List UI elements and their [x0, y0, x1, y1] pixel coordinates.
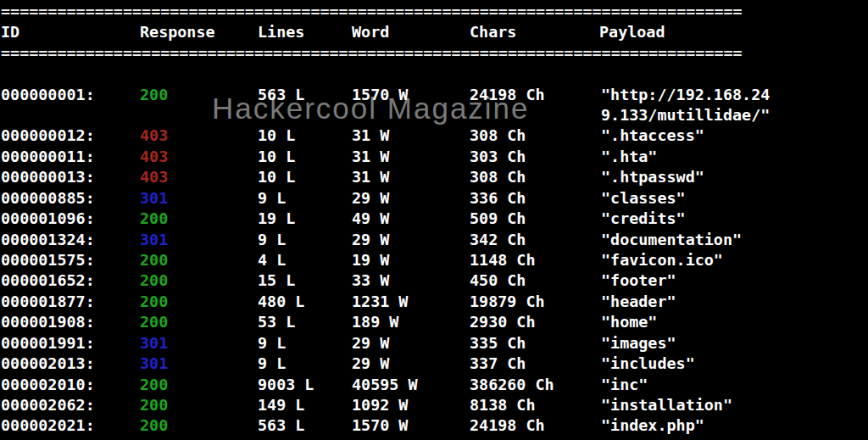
table-row: 000001324: 301 9 L 29 W 342 Ch "document…	[1, 230, 857, 250]
table-row: 000000001: 200 563 L 1570 W 24198 Ch "ht…	[1, 85, 857, 126]
row-word: 1570 W	[352, 415, 408, 436]
row-response-code: 200	[140, 395, 168, 415]
row-id: 000000012:	[1, 125, 95, 146]
table-row: 000002062: 200 149 L 1092 W 8138 Ch "ins…	[1, 395, 857, 415]
row-lines: 53 L	[258, 312, 295, 332]
table-row: 000001877: 200 480 L 1231 W 19879 Ch "he…	[1, 292, 857, 312]
row-lines: 480 L	[258, 292, 304, 312]
table-row: 000001575: 200 4 L 19 W 1148 Ch "favicon…	[1, 250, 857, 270]
row-lines: 4 L	[258, 250, 286, 270]
row-chars: 342 Ch	[470, 230, 526, 250]
row-chars: 337 Ch	[470, 354, 526, 374]
table-row: 000001991: 301 9 L 29 W 335 Ch "images"	[1, 333, 857, 354]
table-row: 000001652: 200 15 L 33 W 450 Ch "footer"	[1, 270, 857, 291]
table-row: 000002013: 301 9 L 29 W 337 Ch "includes…	[1, 354, 857, 374]
table-row: 000001908: 200 53 L 189 W 2930 Ch "home"	[1, 312, 857, 332]
table-row: 000002010: 200 9003 L 40595 W 386260 Ch …	[1, 375, 857, 395]
row-lines: 19 L	[258, 209, 295, 229]
row-lines: 15 L	[258, 270, 295, 291]
row-word: 31 W	[352, 125, 389, 146]
row-chars: 24198 Ch	[470, 415, 545, 436]
row-id: 000001575:	[1, 250, 95, 270]
header-id: ID	[1, 22, 19, 42]
row-word: 33 W	[352, 270, 389, 291]
row-chars: 8138 Ch	[470, 395, 536, 415]
terminal-output: Hackercool Magazine ====================…	[0, 0, 868, 440]
row-lines: 9 L	[258, 188, 286, 209]
row-word: 189 W	[352, 312, 398, 332]
row-id: 000002062:	[1, 395, 95, 415]
header-chars: Chars	[470, 22, 516, 42]
row-response-code: 200	[140, 292, 168, 312]
table-row: 000000012: 403 10 L 31 W 308 Ch ".htacce…	[1, 125, 857, 146]
table-row: 000001096: 200 19 L 49 W 509 Ch "credits…	[1, 209, 857, 229]
row-chars: 308 Ch	[470, 125, 526, 146]
row-chars: 509 Ch	[470, 209, 526, 229]
row-response-code: 200	[140, 270, 168, 291]
row-id: 000001652:	[1, 270, 95, 291]
row-lines: 9003 L	[258, 375, 314, 395]
row-id: 000001096:	[1, 209, 95, 229]
row-response-code: 200	[140, 209, 168, 229]
row-response-code: 403	[140, 147, 168, 167]
row-word: 29 W	[352, 354, 389, 374]
row-word: 1092 W	[352, 395, 408, 415]
results-table-header: ID Response Lines Word Chars Payload	[1, 22, 857, 42]
row-lines: 9 L	[258, 354, 286, 374]
row-chars: 308 Ch	[470, 167, 526, 187]
row-lines: 9 L	[258, 333, 286, 354]
separator-line: ========================================…	[1, 2, 857, 22]
row-lines: 563 L	[258, 85, 304, 105]
row-response-code: 301	[140, 230, 168, 250]
row-payload: "header"	[601, 292, 772, 312]
row-response-code: 301	[140, 354, 168, 374]
row-id: 000001908:	[1, 312, 95, 332]
row-payload: ".htaccess"	[601, 125, 772, 146]
row-lines: 563 L	[258, 415, 304, 436]
row-chars: 2930 Ch	[470, 312, 536, 332]
row-response-code: 403	[140, 167, 168, 187]
row-payload: "documentation"	[601, 230, 772, 250]
row-response-code: 301	[140, 333, 168, 354]
row-id: 000002021:	[1, 415, 95, 436]
row-response-code: 200	[140, 85, 168, 105]
row-word: 40595 W	[352, 375, 418, 395]
row-word: 29 W	[352, 230, 389, 250]
row-lines: 149 L	[258, 395, 304, 415]
header-payload: Payload	[599, 22, 771, 42]
header-response: Response	[140, 22, 215, 42]
row-chars: 335 Ch	[470, 333, 526, 354]
row-chars: 336 Ch	[470, 188, 526, 209]
row-chars: 386260 Ch	[470, 375, 554, 395]
row-payload: "credits"	[601, 209, 772, 229]
header-word: Word	[352, 22, 389, 42]
row-lines: 10 L	[258, 167, 295, 187]
row-chars: 450 Ch	[470, 270, 526, 291]
header-lines: Lines	[258, 22, 304, 42]
row-word: 19 W	[352, 250, 389, 270]
rows: 000000001: 200 563 L 1570 W 24198 Ch "ht…	[1, 85, 857, 437]
row-id: 000002013:	[1, 354, 95, 374]
row-id: 000001324:	[1, 230, 95, 250]
row-response-code: 403	[140, 125, 168, 146]
row-id: 000000011:	[1, 147, 95, 167]
row-payload: "inc"	[601, 375, 772, 395]
row-payload: "index.php"	[601, 415, 772, 436]
row-chars: 303 Ch	[470, 147, 526, 167]
row-response-code: 200	[140, 312, 168, 332]
row-word: 31 W	[352, 147, 389, 167]
row-id: 000000013:	[1, 167, 95, 187]
row-chars: 19879 Ch	[470, 292, 545, 312]
row-lines: 9 L	[258, 230, 286, 250]
row-payload: "home"	[601, 312, 772, 332]
table-row: 000000013: 403 10 L 31 W 308 Ch ".htpass…	[1, 167, 857, 187]
row-payload: ".htpasswd"	[601, 167, 772, 187]
row-id: 000001877:	[1, 292, 95, 312]
row-lines: 10 L	[258, 147, 295, 167]
row-id: 000001991:	[1, 333, 95, 354]
blank-line	[1, 64, 857, 84]
row-id: 000000885:	[1, 188, 95, 209]
row-payload: "footer"	[601, 270, 772, 291]
row-word: 1231 W	[352, 292, 408, 312]
row-payload: "includes"	[601, 354, 772, 374]
